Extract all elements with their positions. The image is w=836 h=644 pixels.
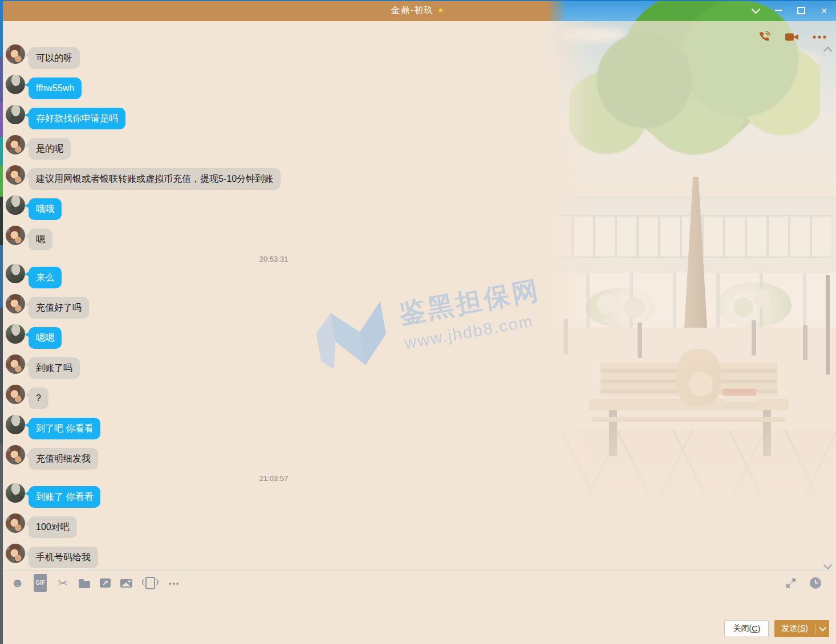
voice-call-icon[interactable] <box>757 30 772 44</box>
message-bubble[interactable]: 充值明细发我 <box>29 448 98 470</box>
minimize-button[interactable] <box>771 3 786 17</box>
close-window-button[interactable]: × <box>817 3 831 17</box>
chevron-down-icon <box>819 624 826 631</box>
window-title-wrap: 金鼎-初玖★ <box>0 5 836 17</box>
message-row: 充值好了吗 <box>6 297 542 319</box>
message-bubble[interactable]: 来么 <box>29 267 62 288</box>
vip-star-icon: ★ <box>437 5 445 15</box>
message-bubble[interactable]: 充值好了吗 <box>29 297 89 319</box>
message-row: ffhw55wh <box>6 78 542 99</box>
message-row: 手机号码给我 <box>6 547 542 568</box>
timestamp: 21:03:57 <box>6 475 542 483</box>
scene-overlay <box>546 381 836 574</box>
message-bubble[interactable]: 哦哦 <box>29 198 62 220</box>
message-row: 嗯嗯 <box>6 327 542 349</box>
message-row: 充值明细发我 <box>6 448 542 470</box>
send-options-dropdown[interactable] <box>815 627 829 630</box>
message-bubble[interactable]: ffhw55wh <box>29 78 82 99</box>
window-title: 金鼎-初玖 <box>391 5 433 15</box>
input-toolbar: ☻GIF✂↗••• <box>3 570 836 596</box>
message-history-icon[interactable] <box>810 577 821 589</box>
message-bubble[interactable]: 存好款找你申请是吗 <box>29 108 125 129</box>
screenshot-icon[interactable]: ✂ <box>56 576 69 590</box>
message-input[interactable] <box>3 596 836 618</box>
message-bubble[interactable]: 100对吧 <box>29 516 77 538</box>
video-call-icon[interactable] <box>785 30 800 44</box>
collapse-chevron-icon[interactable] <box>748 3 763 17</box>
message-bubble[interactable]: 可以的呀 <box>29 47 80 69</box>
message-bubble[interactable]: 到账了吗 <box>29 357 80 379</box>
expand-input-icon[interactable] <box>785 576 797 590</box>
message-bubble[interactable]: 建议用网银或者银联转账或虚拟币充值，提现5-10分钟到账 <box>29 168 281 190</box>
message-list: 可以的呀ffhw55wh存好款找你申请是吗是的呢建议用网银或者银联转账或虚拟币充… <box>6 47 542 577</box>
message-bubble[interactable]: 是的呢 <box>29 138 71 160</box>
window-top-border <box>3 0 836 1</box>
send-button[interactable]: 发送(S) <box>774 620 829 637</box>
message-row: 哦哦 <box>6 198 542 220</box>
chat-window: 金鼎-初玖★ × 可以的呀ffhw55wh存好款找你申请是吗是的呢建议用网银 <box>0 0 836 644</box>
message-row: 存好款找你申请是吗 <box>6 108 542 129</box>
message-bubble[interactable]: 嗯嗯 <box>29 327 62 349</box>
image-icon[interactable] <box>120 579 132 588</box>
message-row: 到账了 你看看 <box>6 486 542 508</box>
emoji-icon[interactable]: ☻ <box>11 576 24 590</box>
message-row: 到了吧 你看看 <box>6 418 542 439</box>
message-row: 是的呢 <box>6 138 542 160</box>
message-row: 来么 <box>6 267 542 288</box>
send-file-icon[interactable]: ↗ <box>100 578 111 588</box>
toolbar-right <box>785 576 821 590</box>
more-tools-icon[interactable]: ••• <box>168 576 181 590</box>
message-row: 到账了吗 <box>6 357 542 379</box>
file-folder-icon[interactable] <box>79 581 90 588</box>
background-scene <box>546 0 836 574</box>
message-bubble[interactable]: 到账了 你看看 <box>29 486 100 508</box>
timestamp: 20:53:31 <box>6 255 542 263</box>
window-shake-icon[interactable] <box>145 577 155 589</box>
maximize-button[interactable] <box>794 3 809 17</box>
send-label: 发送(S) <box>774 623 815 634</box>
message-row: 100对吧 <box>6 516 542 538</box>
scrollbar-thumb[interactable] <box>826 275 830 375</box>
message-row: 可以的呀 <box>6 47 542 69</box>
message-row: ? <box>6 388 542 409</box>
background-window-edge <box>0 0 3 644</box>
window-controls: × <box>748 3 831 17</box>
message-row: 嗯 <box>6 229 542 250</box>
message-row: 建议用网银或者银联转账或虚拟币充值，提现5-10分钟到账 <box>6 168 542 190</box>
footer-buttons: 关闭(C) 发送(S) <box>724 620 829 637</box>
message-bubble[interactable]: ? <box>29 388 48 409</box>
message-bubble[interactable]: 嗯 <box>29 229 52 250</box>
chat-more-icon[interactable] <box>812 30 827 44</box>
message-bubble[interactable]: 到了吧 你看看 <box>29 418 100 439</box>
close-button[interactable]: 关闭(C) <box>724 620 769 637</box>
call-toolbar <box>757 30 827 44</box>
gif-icon[interactable]: GIF <box>34 574 47 592</box>
message-bubble[interactable]: 手机号码给我 <box>29 547 98 568</box>
